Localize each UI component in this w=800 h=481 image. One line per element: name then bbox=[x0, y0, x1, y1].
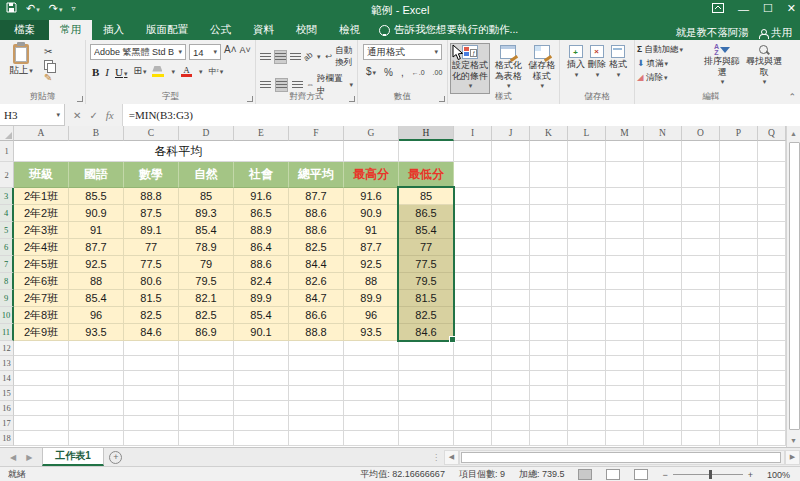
tab-data[interactable]: 資料 bbox=[242, 20, 285, 40]
comma-icon[interactable]: , bbox=[401, 67, 404, 79]
cell-I3[interactable] bbox=[454, 188, 492, 205]
cell-E6[interactable]: 86.4 bbox=[234, 239, 289, 256]
col-header-E[interactable]: E bbox=[234, 126, 289, 141]
italic-button[interactable]: I bbox=[105, 66, 109, 78]
cell-A4[interactable]: 2年2班 bbox=[14, 205, 69, 222]
sheet-nav-right-icon[interactable]: ▶ bbox=[26, 453, 32, 462]
cell-J13[interactable] bbox=[492, 356, 530, 371]
cell-M18[interactable] bbox=[606, 431, 644, 446]
cell-G13[interactable] bbox=[344, 356, 399, 371]
cancel-icon[interactable]: ✕ bbox=[73, 110, 81, 121]
cell-K17[interactable] bbox=[530, 416, 568, 431]
cell-D2[interactable]: 自然 bbox=[179, 162, 234, 188]
cell-E7[interactable]: 88.6 bbox=[234, 256, 289, 273]
cell-K18[interactable] bbox=[530, 431, 568, 446]
row-header-12[interactable]: 12 bbox=[0, 341, 14, 356]
cell-E15[interactable] bbox=[234, 386, 289, 401]
font-color-icon[interactable]: A bbox=[181, 66, 192, 77]
cell-J9[interactable] bbox=[492, 290, 530, 307]
sheet-tab-active[interactable]: 工作表1 bbox=[42, 448, 104, 466]
cell-H9[interactable]: 81.5 bbox=[399, 290, 454, 307]
cell-L5[interactable] bbox=[568, 222, 606, 239]
cell-N12[interactable] bbox=[644, 341, 682, 356]
cell-M11[interactable] bbox=[606, 324, 644, 341]
cell-Q15[interactable] bbox=[758, 386, 786, 401]
cell-J3[interactable] bbox=[492, 188, 530, 205]
cell-N18[interactable] bbox=[644, 431, 682, 446]
paste-button[interactable]: 貼上▾ bbox=[4, 44, 38, 84]
row-header-1[interactable]: 1 bbox=[0, 141, 14, 162]
cell-M14[interactable] bbox=[606, 371, 644, 386]
cell-G3[interactable]: 91.6 bbox=[344, 188, 399, 205]
row-header-9[interactable]: 9 bbox=[0, 290, 14, 307]
align-bottom-icon[interactable] bbox=[290, 51, 301, 63]
zoom-slider-thumb[interactable] bbox=[709, 470, 712, 479]
cell-O8[interactable] bbox=[682, 273, 720, 290]
cell-Q5[interactable] bbox=[758, 222, 786, 239]
zoom-in-button[interactable]: + bbox=[748, 470, 753, 480]
cell-N8[interactable] bbox=[644, 273, 682, 290]
col-header-L[interactable]: L bbox=[568, 126, 606, 141]
cell-Q9[interactable] bbox=[758, 290, 786, 307]
col-header-P[interactable]: P bbox=[720, 126, 758, 141]
enter-icon[interactable]: ✓ bbox=[89, 110, 97, 121]
align-left-icon[interactable] bbox=[260, 79, 272, 91]
cell-A11[interactable]: 2年9班 bbox=[14, 324, 69, 341]
cell-C8[interactable]: 80.6 bbox=[124, 273, 179, 290]
normal-view-button[interactable] bbox=[578, 469, 592, 480]
cell-E5[interactable]: 88.9 bbox=[234, 222, 289, 239]
row-header-11[interactable]: 11 bbox=[0, 324, 14, 341]
cell-M4[interactable] bbox=[606, 205, 644, 222]
cell-A10[interactable]: 2年8班 bbox=[14, 307, 69, 324]
number-dialog-launcher[interactable] bbox=[439, 96, 445, 102]
cell-P14[interactable] bbox=[720, 371, 758, 386]
cell-B6[interactable]: 87.7 bbox=[69, 239, 124, 256]
cell-C18[interactable] bbox=[124, 431, 179, 446]
cell-P9[interactable] bbox=[720, 290, 758, 307]
align-top-icon[interactable] bbox=[260, 51, 271, 63]
page-layout-view-button[interactable] bbox=[606, 469, 620, 480]
cell-D17[interactable] bbox=[179, 416, 234, 431]
cell-B10[interactable]: 96 bbox=[69, 307, 124, 324]
cell-N4[interactable] bbox=[644, 205, 682, 222]
cell-F7[interactable]: 84.4 bbox=[289, 256, 344, 273]
cell-F13[interactable] bbox=[289, 356, 344, 371]
cell-K2[interactable] bbox=[530, 162, 568, 188]
cell-J15[interactable] bbox=[492, 386, 530, 401]
scrollbar-splitter[interactable]: ⋮ bbox=[428, 453, 444, 462]
vertical-scroll-thumb[interactable] bbox=[789, 142, 800, 430]
scroll-down-icon[interactable]: ▼ bbox=[787, 433, 800, 447]
cell-D10[interactable]: 82.5 bbox=[179, 307, 234, 324]
cell-Q1[interactable] bbox=[758, 141, 786, 162]
cell-D3[interactable]: 85 bbox=[179, 188, 234, 205]
cell-F2[interactable]: 總平均 bbox=[289, 162, 344, 188]
cell-A5[interactable]: 2年3班 bbox=[14, 222, 69, 239]
cell-N14[interactable] bbox=[644, 371, 682, 386]
cell-H11[interactable]: 84.6 bbox=[399, 324, 454, 341]
cell-G15[interactable] bbox=[344, 386, 399, 401]
cell-F16[interactable] bbox=[289, 401, 344, 416]
formula-input[interactable]: =MIN(B3:G3) bbox=[123, 104, 800, 126]
cell-D4[interactable]: 89.3 bbox=[179, 205, 234, 222]
cell-M16[interactable] bbox=[606, 401, 644, 416]
cell-B9[interactable]: 85.4 bbox=[69, 290, 124, 307]
cell-G14[interactable] bbox=[344, 371, 399, 386]
cell-C9[interactable]: 81.5 bbox=[124, 290, 179, 307]
cell-H12[interactable] bbox=[399, 341, 454, 356]
cell-N9[interactable] bbox=[644, 290, 682, 307]
cell-K10[interactable] bbox=[530, 307, 568, 324]
cell-G17[interactable] bbox=[344, 416, 399, 431]
cell-K15[interactable] bbox=[530, 386, 568, 401]
cell-I8[interactable] bbox=[454, 273, 492, 290]
cell-O14[interactable] bbox=[682, 371, 720, 386]
cell-N17[interactable] bbox=[644, 416, 682, 431]
cell-I1[interactable] bbox=[454, 141, 492, 162]
cell-Q16[interactable] bbox=[758, 401, 786, 416]
cell-L18[interactable] bbox=[568, 431, 606, 446]
cell-K14[interactable] bbox=[530, 371, 568, 386]
cell-M5[interactable] bbox=[606, 222, 644, 239]
cell-L14[interactable] bbox=[568, 371, 606, 386]
cell-D14[interactable] bbox=[179, 371, 234, 386]
cell-F11[interactable]: 88.8 bbox=[289, 324, 344, 341]
cell-C12[interactable] bbox=[124, 341, 179, 356]
